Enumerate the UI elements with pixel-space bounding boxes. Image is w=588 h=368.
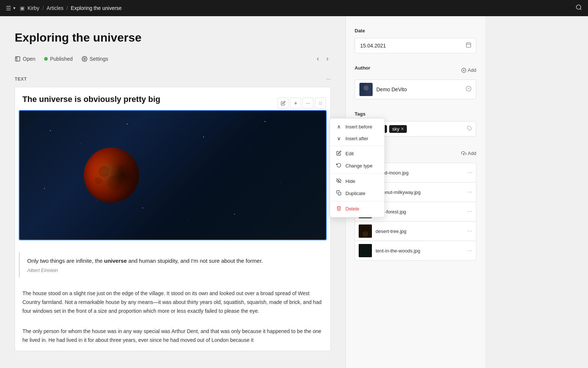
image-filename: blood-moon.jpg — [376, 170, 464, 176]
open-button[interactable]: Open — [15, 56, 35, 62]
block-label: Text — [15, 77, 27, 82]
status-button[interactable]: Published — [44, 56, 73, 62]
trash-icon — [336, 206, 342, 212]
context-delete[interactable]: Delete — [330, 203, 384, 215]
blockquote: Only two things are infinite, the univer… — [19, 252, 327, 277]
eye-off-icon — [336, 178, 342, 184]
remove-author-button[interactable] — [466, 86, 472, 93]
nav-arrows: ‹ › — [315, 53, 331, 64]
avatar-image — [359, 83, 373, 96]
svg-line-1 — [580, 8, 581, 10]
pencil-icon — [336, 151, 342, 157]
open-icon — [15, 56, 21, 62]
tag-sky: sky × — [389, 125, 407, 133]
svg-rect-38 — [359, 244, 372, 257]
image-filename: coconut-milkyway.jpg — [376, 190, 464, 195]
image-row[interactable]: desert-tree.jpg ··· — [355, 221, 476, 241]
upload-icon — [461, 151, 466, 156]
svg-point-9 — [321, 103, 322, 104]
svg-point-27 — [363, 85, 369, 91]
context-duplicate[interactable]: Duplicate — [330, 187, 384, 199]
author-name: Demo DeVito — [376, 86, 407, 92]
author-section: Author Add — [355, 65, 476, 99]
breadcrumb-articles[interactable]: Articles — [47, 5, 64, 11]
add-author-button[interactable]: Add — [461, 67, 476, 73]
context-edit[interactable]: Edit — [330, 148, 384, 160]
tag-icon[interactable] — [467, 126, 472, 132]
tag-sky-label: sky — [392, 126, 399, 132]
author-info: Demo DeVito — [359, 83, 407, 96]
tag-sky-remove[interactable]: × — [401, 126, 404, 131]
search-button[interactable] — [576, 4, 582, 13]
status-dot — [44, 57, 48, 61]
block-more-button[interactable]: ··· — [326, 76, 331, 82]
page-title: Exploring the universe — [15, 31, 331, 45]
avatar — [359, 83, 373, 96]
content-card: The universe is obviously pretty big — [15, 87, 331, 351]
svg-point-3 — [84, 58, 85, 60]
image-more-button[interactable]: ··· — [467, 208, 472, 215]
image-filename: desert-tree.jpg — [376, 229, 464, 234]
breadcrumb-current: Exploring the universe — [71, 5, 122, 11]
image-more-button[interactable]: ··· — [467, 228, 472, 234]
image-block-wrapper[interactable]: ··· — [19, 110, 327, 240]
svg-rect-17 — [338, 192, 341, 195]
svg-point-8 — [319, 103, 320, 104]
svg-point-12 — [98, 166, 110, 177]
svg-point-11 — [84, 148, 139, 203]
image-block-container: ··· — [15, 110, 330, 246]
more-button[interactable]: ··· — [302, 98, 313, 109]
navbar-menu: ☰ ▾ — [6, 5, 15, 12]
main-layout: Exploring the universe Open Published Se… — [0, 16, 588, 368]
add-button[interactable] — [290, 98, 301, 109]
svg-rect-18 — [466, 43, 471, 47]
chevron-down-icon[interactable]: ▾ — [13, 6, 15, 11]
text-block-section: Text ··· The universe is obviously prett… — [15, 76, 331, 351]
minus-circle-icon — [466, 86, 472, 92]
upload-button[interactable]: Add — [461, 151, 476, 156]
plus-icon — [293, 101, 298, 106]
date-section: Date — [355, 28, 476, 53]
tags-label: Tags — [355, 111, 476, 117]
navbar: ☰ ▾ ▣ Kirby / Articles / Exploring the u… — [0, 0, 588, 16]
image-more-button[interactable]: ··· — [467, 169, 472, 176]
edit-pen-button[interactable] — [277, 98, 288, 109]
grid-icon — [318, 101, 323, 106]
context-insert-before[interactable]: ∧ Insert before — [330, 121, 384, 132]
svg-point-14 — [95, 177, 102, 184]
next-button[interactable]: › — [324, 53, 331, 64]
image-more-button[interactable]: ··· — [467, 189, 472, 195]
settings-button[interactable]: Settings — [82, 56, 108, 62]
plus-circle-icon — [461, 68, 466, 73]
toolbar-row: Open Published Settings ‹ › — [15, 53, 331, 64]
hamburger-icon[interactable]: ☰ — [6, 5, 11, 12]
date-input-wrapper — [355, 38, 476, 53]
svg-point-6 — [319, 102, 320, 103]
breadcrumb-icon: ▣ — [20, 5, 25, 11]
context-change-type[interactable]: Change type — [330, 160, 384, 172]
block-header: Text ··· — [15, 76, 331, 82]
chevron-up-icon: ∧ — [336, 124, 342, 130]
calendar-icon[interactable] — [461, 38, 476, 53]
editor-area: Exploring the universe Open Published Se… — [0, 16, 345, 368]
drag-button[interactable] — [315, 98, 326, 109]
date-label: Date — [355, 28, 476, 33]
image-row[interactable]: tent-in-the-woods.jpg ··· — [355, 241, 476, 261]
chevron-down-icon: ∨ — [336, 135, 342, 141]
prev-button[interactable]: ‹ — [315, 53, 321, 64]
breadcrumb-kirby[interactable]: Kirby — [28, 5, 39, 11]
image-more-button[interactable]: ··· — [467, 247, 472, 254]
refresh-icon — [336, 163, 342, 169]
date-input[interactable] — [355, 39, 461, 52]
image-block-toolbar: ··· — [277, 98, 326, 109]
blockquote-attribution: Albert Einstein — [27, 268, 319, 273]
svg-point-7 — [321, 102, 322, 103]
image-filename: tent-in-the-woods.jpg — [376, 248, 464, 254]
context-hide[interactable]: Hide — [330, 175, 384, 187]
author-header: Author Add — [355, 65, 476, 75]
context-insert-after[interactable]: ∨ Insert after — [330, 132, 384, 144]
svg-point-37 — [362, 231, 368, 237]
context-menu: ∧ Insert before ∨ Insert after — [330, 118, 385, 217]
divider-3 — [330, 201, 384, 201]
svg-rect-2 — [15, 57, 20, 61]
